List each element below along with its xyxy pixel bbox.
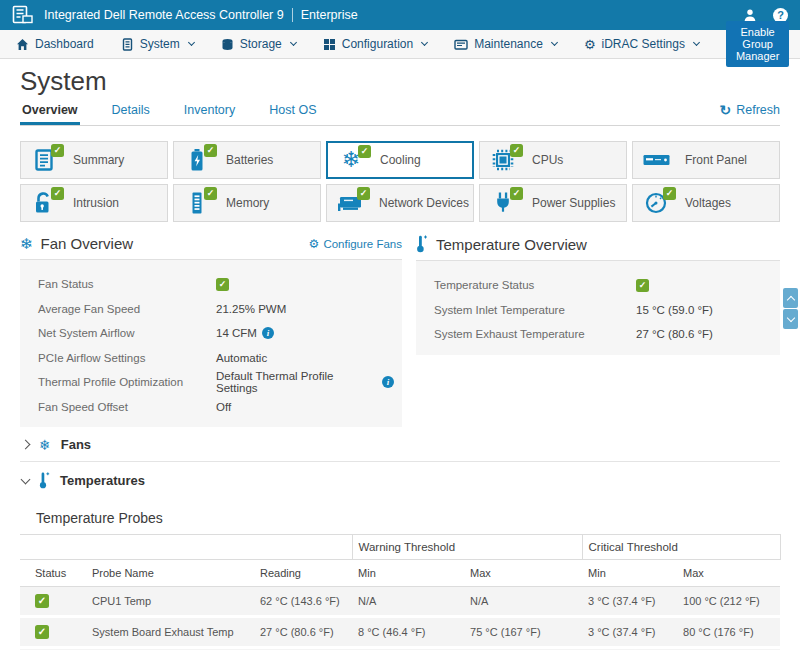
temperature-probes-table: Warning Threshold Critical Threshold Sta…	[20, 534, 781, 650]
temperatures-section-toggle[interactable]: Temperatures	[20, 462, 780, 498]
col-reading: Reading	[254, 560, 352, 587]
chevron-down-icon	[188, 39, 195, 46]
table-row: ✓ System Board Exhaust Temp 27 °C (80.6 …	[20, 617, 780, 648]
tile-cooling[interactable]: ❄ ✓ Cooling	[326, 141, 474, 179]
storage-icon	[221, 38, 234, 51]
status-ok-badge: ✓	[510, 187, 523, 200]
fan-status-row: Fan Status ✓	[38, 272, 394, 297]
net-system-airflow-row: Net System Airflow 14 CFMi	[38, 321, 394, 346]
tile-front-panel[interactable]: Front Panel	[632, 141, 780, 179]
refresh-icon: ↻	[719, 103, 731, 117]
maintenance-icon	[454, 38, 468, 51]
status-ok-badge: ✓	[357, 187, 370, 200]
tab-host-os[interactable]: Host OS	[267, 103, 318, 125]
component-tiles: ✓ Summary ✓ Batteries ❄ ✓ Cooling ✓ CPUs	[20, 141, 780, 222]
tab-overview[interactable]: Overview	[20, 103, 80, 125]
pcie-airflow-settings-row: PCIe Airflow Settings Automatic	[38, 346, 394, 371]
tile-batteries[interactable]: ✓ Batteries	[173, 141, 321, 179]
user-icon[interactable]	[743, 8, 757, 22]
chevron-down-icon	[21, 474, 31, 484]
snowflake-icon: ❄	[20, 236, 33, 251]
status-ok-badge: ✓	[358, 145, 371, 158]
temperature-overview-title: Temperature Overview	[436, 236, 587, 253]
titlebar: Integrated Dell Remote Access Controller…	[0, 0, 800, 30]
status-ok-badge: ✓	[510, 144, 523, 157]
average-fan-speed-row: Average Fan Speed 21.25% PWM	[38, 297, 394, 322]
col-probe-name: Probe Name	[86, 560, 254, 587]
home-icon	[16, 38, 29, 51]
app-edition: Enterprise	[301, 8, 358, 22]
nav-system[interactable]: System	[121, 37, 194, 51]
col-warning-max: Max	[464, 560, 582, 587]
nav-maintenance[interactable]: Maintenance	[454, 37, 557, 51]
chevron-down-icon	[551, 39, 558, 46]
chevron-down-icon	[693, 39, 700, 46]
fan-speed-offset-row: Fan Speed Offset Off	[38, 395, 394, 420]
temperature-overview-section: Temperature Overview Temperature Status …	[416, 232, 780, 427]
chevron-down-icon	[290, 39, 297, 46]
fan-overview-section: ❄ Fan Overview ⚙ Configure Fans Fan Stat…	[20, 232, 402, 427]
col-warning-min: Min	[352, 560, 464, 587]
status-ok-badge: ✓	[636, 279, 649, 292]
column-header-row: Status Probe Name Reading Min Max Min Ma…	[20, 560, 780, 587]
system-exhaust-temperature-row: System Exhaust Temperature 27 °C (80.6 °…	[434, 322, 772, 347]
thermometer-icon	[39, 472, 50, 489]
chevron-right-icon	[21, 440, 31, 450]
configuration-icon	[323, 38, 336, 51]
status-ok-badge: ✓	[663, 187, 676, 200]
scroll-down-button[interactable]	[783, 309, 798, 329]
front-panel-icon	[642, 154, 670, 166]
info-icon[interactable]: i	[382, 376, 394, 388]
nav-dashboard[interactable]: Dashboard	[16, 37, 94, 51]
app-title: Integrated Dell Remote Access Controller…	[44, 8, 284, 22]
configure-fans-link[interactable]: ⚙ Configure Fans	[309, 238, 402, 250]
page-title: System	[20, 66, 780, 96]
tile-voltages[interactable]: ✓ Voltages	[632, 184, 780, 222]
gear-icon: ⚙	[584, 38, 596, 51]
temperature-status-row: Temperature Status ✓	[434, 273, 772, 298]
status-ok-badge: ✓	[51, 144, 64, 157]
warning-threshold-header: Warning Threshold	[352, 535, 582, 560]
fan-overview-panel: Fan Status ✓ Average Fan Speed 21.25% PW…	[20, 260, 402, 427]
tile-power-supplies[interactable]: ✓ Power Supplies	[479, 184, 627, 222]
thermometer-icon	[416, 235, 428, 253]
snowflake-icon: ❄	[39, 438, 51, 452]
chevron-down-icon	[786, 314, 794, 322]
tile-cpus[interactable]: ✓ CPUs	[479, 141, 627, 179]
col-status: Status	[20, 560, 86, 587]
main-nav: Dashboard System Storage Configuration M…	[0, 30, 800, 59]
tile-summary[interactable]: ✓ Summary	[20, 141, 168, 179]
temperature-probes-title: Temperature Probes	[36, 510, 780, 526]
chevron-up-icon	[786, 295, 794, 303]
scroll-up-button[interactable]	[783, 288, 798, 308]
nav-idrac-settings[interactable]: ⚙ iDRAC Settings	[584, 37, 699, 51]
tile-memory[interactable]: ✓ Memory	[173, 184, 321, 222]
fans-section-toggle[interactable]: ❄ Fans	[20, 427, 780, 462]
scroll-widget	[783, 288, 798, 329]
server-logo-icon	[12, 5, 34, 25]
temperature-overview-panel: Temperature Status ✓ System Inlet Temper…	[416, 261, 780, 355]
status-ok-badge: ✓	[204, 144, 217, 157]
tile-intrusion[interactable]: ✓ Intrusion	[20, 184, 168, 222]
enable-group-manager-button[interactable]: Enable Group Manager	[726, 21, 789, 67]
threshold-group-header-row: Warning Threshold Critical Threshold	[20, 535, 780, 560]
tab-inventory[interactable]: Inventory	[182, 103, 237, 125]
info-icon[interactable]: i	[262, 327, 274, 339]
thermal-profile-optimization-row: Thermal Profile Optimization Default The…	[38, 370, 394, 395]
tab-details[interactable]: Details	[110, 103, 152, 125]
refresh-button[interactable]: ↻ Refresh	[719, 103, 780, 125]
status-ok-badge: ✓	[35, 625, 49, 639]
critical-threshold-header: Critical Threshold	[582, 535, 780, 560]
status-ok-badge: ✓	[204, 187, 217, 200]
status-ok-badge: ✓	[51, 187, 64, 200]
chevron-down-icon	[421, 39, 428, 46]
tile-network-devices[interactable]: ✓ Network Devices	[326, 184, 474, 222]
fan-overview-title: Fan Overview	[41, 235, 134, 252]
nav-storage[interactable]: Storage	[221, 37, 296, 51]
status-ok-badge: ✓	[35, 594, 49, 608]
nav-configuration[interactable]: Configuration	[323, 37, 427, 51]
tabs: Overview Details Inventory Host OS ↻ Ref…	[20, 103, 780, 126]
col-critical-min: Min	[582, 560, 677, 587]
system-icon	[121, 38, 134, 51]
col-critical-max: Max	[677, 560, 780, 587]
